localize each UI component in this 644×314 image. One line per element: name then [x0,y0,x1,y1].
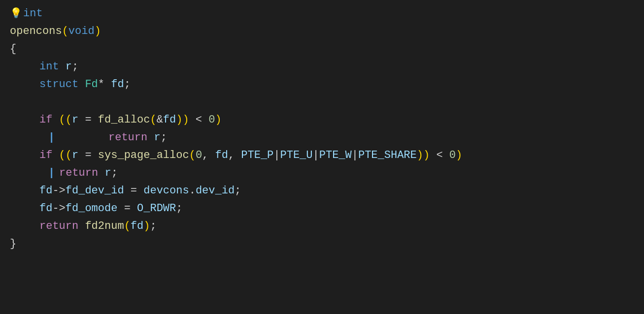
operator-lt: < [189,111,209,128]
var-r-2: r [72,147,78,164]
line-if-sys-page: if ((r = sys_page_alloc(0, fd, PTE_P|PTE… [10,147,634,164]
comma: , [202,147,215,164]
operator-lt-2: < [430,147,449,164]
space [147,131,154,144]
semicolon-4: ; [176,200,182,217]
paren-open2: ( [150,111,156,128]
paren-args: ( [189,147,196,164]
pointer: * [98,76,111,93]
space [52,111,59,128]
line-return-fd2num: return fd2num(fd); [10,218,634,235]
comma-2: , [228,147,241,164]
keyword-int: int [23,5,43,22]
vertical-bar-2: | [48,164,55,182]
var-r: r [154,131,160,144]
keyword-void: void [68,23,95,40]
keyword-return: return [108,131,147,144]
var-fd-3: fd [39,182,52,199]
ampersand: & [157,111,163,128]
var-fd-dev-id: fd_dev_id [66,182,124,199]
arrow: -> [52,182,65,199]
paren-open: ( [62,23,68,40]
semicolon-3: ; [235,182,241,199]
operator: = [78,111,98,128]
line-return-r-1: | return r; [10,129,634,147]
var-r: r [66,58,72,75]
var-r-3: r [104,167,111,179]
var-dev-id: dev_id [196,182,235,199]
macro-pte-w: PTE_W [319,147,352,164]
line-int: 💡int [10,5,634,23]
paren-open-fd2num: ( [124,218,131,235]
operator: = [78,147,98,164]
func-fd-alloc: fd_alloc [98,111,150,128]
paren-open: (( [59,111,72,128]
semicolon: ; [124,76,131,93]
paren-close2: )) [176,111,189,128]
line-brace-close: } [10,235,634,253]
code-editor: 💡int opencons(void) { int r; struct Fd* … [0,0,644,314]
line-fd-dev-id: fd->fd_dev_id = devcons.dev_id; [10,182,634,200]
paren-close3: ) [215,111,221,128]
keyword-int: int [39,58,59,75]
semicolon: ; [161,131,167,144]
semicolon-5: ; [150,218,156,235]
constant-0-3: 0 [449,147,456,164]
func-sys-page-alloc: sys_page_alloc [98,147,189,164]
keyword-struct: struct [39,76,78,93]
keyword-return-2: return [59,167,98,179]
paren-close-if: ) [456,147,462,164]
macro-o-rdwr: O_RDWR [137,200,176,217]
paren-close-fd2num: ) [143,218,150,235]
space [52,147,59,164]
type-fd: Fd [85,76,98,93]
var-fd-2: fd [215,147,228,164]
paren-close-args: )) [417,147,430,164]
space [59,58,66,75]
operator-eq: = [124,182,144,199]
dot: . [189,182,196,199]
space [78,218,85,235]
keyword-if: if [39,111,52,128]
space [98,167,104,179]
paren-open: (( [59,147,72,164]
keyword-return-3: return [39,218,78,235]
constant-0-2: 0 [196,147,202,164]
var-fd: fd [163,111,176,128]
line-if-fd-alloc: if ((r = fd_alloc(&fd)) < 0) [10,111,634,129]
macro-pte-share: PTE_SHARE [358,147,417,164]
operator-eq-2: = [117,200,137,217]
paren-close: ) [95,23,101,40]
arrow-2: -> [52,200,65,217]
var-fd-4: fd [39,200,52,217]
semicolon-2: ; [111,167,118,179]
keyword-if-2: if [39,147,52,164]
line-brace-open: { [10,40,634,58]
var-fd: fd [111,76,124,93]
pipe-3: | [352,147,358,164]
line-return-r-2: | return r; [10,164,634,182]
line-struct-fd: struct Fd* fd; [10,76,634,94]
line-func-signature: opencons(void) [10,23,634,40]
line-blank [10,94,634,111]
func-fd2num: fd2num [85,218,124,235]
semicolon: ; [72,58,78,75]
brace-close: } [10,235,16,252]
var-fd-omode: fd_omode [66,200,118,217]
var-devcons: devcons [143,182,189,199]
line-fd-omode: fd->fd_omode = O_RDWR; [10,200,634,218]
func-name: opencons [10,23,62,40]
space [78,76,85,93]
lightbulb-icon: 💡 [10,6,22,22]
pipe-2: | [313,147,319,164]
var-fd-5: fd [131,218,143,235]
var-r: r [72,111,78,128]
macro-pte-u: PTE_U [280,147,313,164]
line-int-r: int r; [10,58,634,76]
brace-open: { [10,40,16,58]
constant-0: 0 [208,111,215,128]
pipe-1: | [273,147,280,164]
vertical-bar: | [48,129,55,146]
macro-pte-p: PTE_P [241,147,273,164]
